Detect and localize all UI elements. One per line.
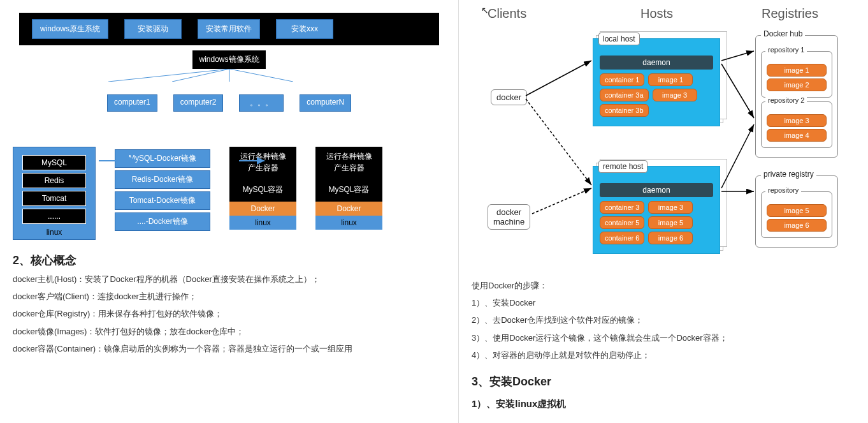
client-docker-machine: docker machine	[488, 204, 530, 230]
concept-images: docker镜像(Images)：软件打包好的镜像；放在docker仓库中；	[13, 326, 445, 338]
svg-line-1	[172, 69, 229, 82]
remote-daemon: daemon	[600, 183, 713, 197]
app-ellipsis: ......	[22, 209, 86, 224]
box-ellipsis: 。。。	[239, 94, 284, 112]
box-windows-mirror: windows镜像系统	[192, 50, 265, 69]
remote-host-box: remote host daemon container 3image 3 co…	[593, 166, 720, 254]
linux-host-stack: MySQL Redis Tomcat ...... linux	[13, 147, 96, 240]
hub-image-2: image 2	[767, 78, 827, 91]
header-clients: Clients	[488, 6, 526, 21]
run-container-1: MySQL容器	[229, 177, 296, 202]
app-mysql: MySQL	[22, 155, 86, 170]
docker-images-list: MySQL-Docker镜像 Redis-Docker镜像 Tomcat-Doc…	[115, 147, 210, 234]
image-redis: Redis-Docker镜像	[115, 170, 210, 189]
concept-host: docker主机(Host)：安装了Docker程序的机器（Docker直接安装…	[13, 274, 445, 285]
box-windows-native: windows原生系统	[32, 19, 108, 39]
svg-line-9	[721, 51, 754, 61]
remote-image-5: image 5	[648, 216, 693, 229]
app-tomcat: Tomcat	[22, 191, 86, 206]
svg-line-11	[721, 124, 754, 188]
run-top-1: 运行各种镜像 产生容器	[229, 147, 296, 177]
docker-hub-label: Docker hub	[761, 29, 805, 38]
header-hosts: Hosts	[640, 6, 673, 21]
private-registry-label: private registry	[761, 170, 816, 179]
step-2: 2）、去Docker仓库找到这个软件对应的镜像；	[472, 315, 855, 326]
run-os-1: linux	[229, 216, 296, 230]
local-host-box: local host daemon container 1image 1 con…	[593, 38, 720, 126]
local-container-3a: container 3a	[600, 89, 649, 101]
app-redis: Redis	[22, 173, 86, 188]
svg-line-6	[526, 61, 591, 96]
image-ellipsis: ....-Docker镜像	[115, 212, 210, 231]
private-registry-box: private registry repository image 5 imag…	[755, 175, 838, 248]
local-host-label: local host	[598, 33, 640, 45]
windows-topbar: windows原生系统 安装驱动 安装常用软件 安装xxx	[19, 13, 439, 45]
box-computer1: computer1	[107, 94, 157, 112]
remote-container-5: container 5	[600, 216, 644, 229]
windows-mirror-diagram: windows原生系统 安装驱动 安装常用软件 安装xxx windows镜像系…	[13, 13, 445, 112]
box-install-software: 安装常用软件	[198, 19, 260, 39]
subheading-install-linux-vm: 1）、安装linux虚拟机	[472, 398, 855, 410]
remote-host-label: remote host	[598, 160, 647, 173]
run-container-2: MySQL容器	[315, 177, 382, 202]
concept-container: docker容器(Container)：镜像启动后的实例称为一个容器；容器是独立…	[13, 343, 445, 355]
repo-2-label: repository 2	[765, 96, 807, 104]
repo-2: repository 2 image 3 image 4	[761, 101, 832, 148]
svg-line-8	[532, 188, 591, 214]
box-computerN: computerN	[300, 94, 351, 112]
repo-1-label: repository 1	[765, 46, 807, 54]
private-repo: repository image 5 image 6	[761, 191, 832, 238]
run-docker-1: Docker	[229, 202, 296, 216]
concept-client: docker客户端(Client)：连接docker主机进行操作；	[13, 291, 445, 302]
svg-line-0	[108, 69, 229, 82]
docker-stack-diagram: MySQL Redis Tomcat ...... linux MySQL-Do…	[13, 147, 445, 240]
run-stack-2: 运行各种镜像 产生容器 MySQL容器 Docker linux	[315, 147, 382, 230]
local-container-1: container 1	[600, 73, 644, 86]
concept-registry: docker仓库(Registry)：用来保存各种打包好的软件镜像；	[13, 308, 445, 320]
remote-container-6: container 6	[600, 232, 644, 244]
run-os-2: linux	[315, 216, 382, 230]
priv-image-5: image 5	[767, 204, 827, 217]
remote-image-6: image 6	[648, 232, 693, 244]
step-3: 3）、使用Docker运行这个镜像，这个镜像就会生成一个Docker容器；	[472, 332, 855, 344]
hub-image-1: image 1	[767, 64, 827, 77]
hub-image-3: image 3	[767, 114, 827, 127]
svg-line-3	[229, 69, 293, 82]
local-container-3b: container 3b	[600, 104, 649, 117]
remote-container-3: container 3	[600, 201, 644, 214]
image-mysql: MySQL-Docker镜像	[115, 149, 210, 168]
docker-architecture-diagram: ↖ Clients Hosts Registries docker docker…	[472, 6, 855, 274]
repo-1: repository 1 image 1 image 2	[761, 51, 832, 98]
run-top-2: 运行各种镜像 产生容器	[315, 147, 382, 177]
local-daemon: daemon	[600, 56, 713, 70]
remote-image-3: image 3	[648, 201, 693, 214]
fanout-lines-icon	[38, 69, 421, 82]
local-image-3: image 3	[653, 89, 697, 101]
run-stack-1: 运行各种镜像 产生容器 MySQL容器 Docker linux	[229, 147, 296, 230]
host-os-label: linux	[22, 228, 86, 237]
svg-line-10	[721, 64, 754, 118]
box-install-xxx: 安装xxx	[276, 19, 333, 39]
image-tomcat: Tomcat-Docker镜像	[115, 191, 210, 210]
run-docker-2: Docker	[315, 202, 382, 216]
steps-intro: 使用Docker的步骤：	[472, 280, 855, 292]
step-1: 1）、安装Docker	[472, 297, 855, 309]
step-4: 4）、对容器的启动停止就是对软件的启动停止；	[472, 350, 855, 361]
box-install-driver: 安装驱动	[124, 19, 182, 39]
priv-image-6: image 6	[767, 219, 827, 232]
local-image-1: image 1	[648, 73, 693, 86]
private-repo-label: repository	[765, 186, 801, 194]
hub-image-4: image 4	[767, 129, 827, 142]
client-docker: docker	[491, 89, 527, 105]
box-computer2: computer2	[173, 94, 224, 112]
svg-line-7	[526, 99, 591, 185]
heading-install-docker: 3、安装Docker	[472, 374, 855, 389]
docker-hub-box: Docker hub repository 1 image 1 image 2 …	[755, 35, 838, 158]
heading-core-concepts: 2、核心概念	[13, 253, 445, 268]
header-registries: Registries	[762, 6, 818, 21]
